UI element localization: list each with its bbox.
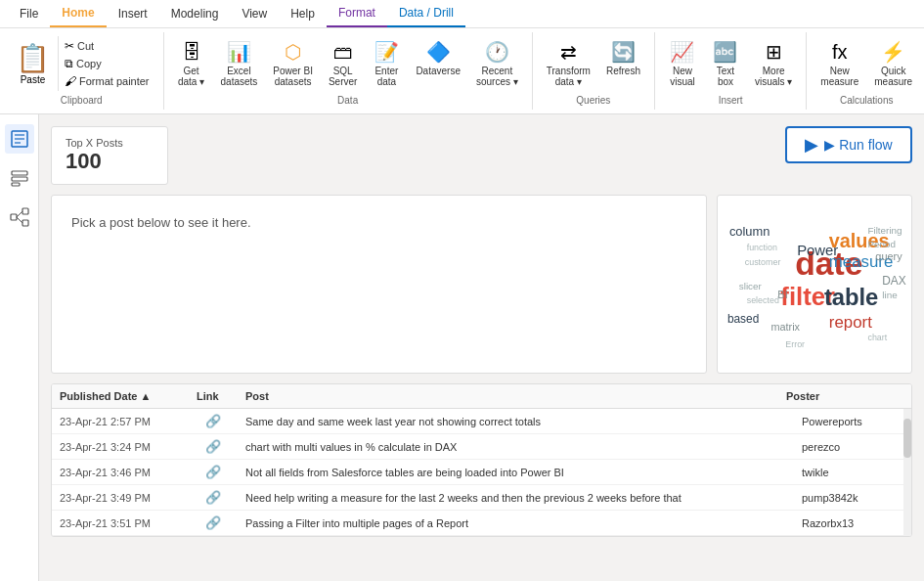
clipboard-group-label: Clipboard [61,95,103,106]
quick-measure-label: Quickmeasure [874,66,912,87]
tab-format[interactable]: Format [327,0,387,27]
wc-report: report [829,313,872,332]
new-measure-label: Newmeasure [820,66,858,87]
power-bi-icon: ⬡ [285,40,301,64]
tab-insert[interactable]: Insert [107,1,159,26]
td-link-4[interactable]: 🔗 [189,515,238,530]
svg-rect-6 [12,183,20,186]
top-x-posts-value: 100 [66,149,154,174]
top-x-posts-card: Top X Posts 100 [51,126,168,185]
sql-server-button[interactable]: 🗃 SQLServer [323,36,363,91]
tab-view[interactable]: View [230,1,279,26]
th-link: Link [189,390,238,402]
wc-selected: selected [747,295,779,305]
table-row[interactable]: 23-Apr-21 3:51 PM 🔗 Passing a Filter int… [52,511,911,536]
td-poster-4: Razorbx13 [794,517,911,529]
paste-icon: 📋 [16,42,50,74]
run-flow-label: ▶ Run flow [824,137,892,153]
post-placeholder-card: Pick a post below to see it here. [51,195,707,374]
format-painter-label: Format painter [79,75,150,87]
td-post-1: chart with multi values in % calculate i… [238,441,794,453]
quick-measure-button[interactable]: ⚡ Quickmeasure [868,36,918,91]
queries-group: ⇄ Transformdata ▾ 🔄 Refresh Queries [533,32,655,110]
nav-report-icon[interactable] [5,124,34,154]
tab-home[interactable]: Home [50,0,106,27]
data-group-label: Data [337,95,358,106]
recent-sources-icon: 🕐 [485,40,509,64]
cut-button[interactable]: ✂ Cut [63,38,152,54]
excel-button[interactable]: 📊 Exceldatasets [215,36,264,91]
more-visuals-button[interactable]: ⊞ Morevisuals ▾ [749,36,798,91]
td-post-4: Passing a Filter into multiple pages of … [238,517,794,529]
table-scrollbar[interactable] [903,409,911,536]
enter-data-button[interactable]: 📝 Enterdata [367,36,406,91]
transform-data-label: Transformdata ▾ [547,66,591,87]
th-post: Post [238,390,778,402]
new-measure-button[interactable]: fx Newmeasure [814,36,864,91]
insert-group-label: Insert [719,95,743,106]
get-data-button[interactable]: 🗄 Getdata ▾ [172,36,211,91]
table-row[interactable]: 23-Apr-21 2:57 PM 🔗 Same day and same we… [52,409,911,434]
td-link-1[interactable]: 🔗 [189,439,238,454]
run-flow-button[interactable]: ▶ ▶ Run flow [785,126,912,163]
tab-modeling[interactable]: Modeling [159,1,231,26]
power-bi-datasets-button[interactable]: ⬡ Power BIdatasets [267,36,319,91]
td-date-3: 23-Apr-21 3:49 PM [52,492,189,504]
copy-label: Copy [76,58,102,69]
quick-measure-icon: ⚡ [881,40,905,64]
text-box-button[interactable]: 🔤 Textbox [706,36,745,91]
td-poster-2: twikle [794,467,911,478]
clipboard-group: 📋 Paste ✂ Cut ⧉ Copy 🖌 [0,32,164,110]
table-row[interactable]: 23-Apr-21 3:46 PM 🔗 Not all fields from … [52,460,911,485]
dataverse-button[interactable]: 🔷 Dataverse [410,36,466,80]
new-visual-label: Newvisual [670,66,695,87]
excel-label: Exceldatasets [221,66,258,87]
td-link-2[interactable]: 🔗 [189,465,238,479]
td-link-0[interactable]: 🔗 [189,414,238,428]
tab-help[interactable]: Help [279,1,327,26]
new-visual-button[interactable]: 📈 Newvisual [663,36,702,91]
format-painter-button[interactable]: 🖌 Format painter [63,73,152,89]
cut-label: Cut [77,40,94,52]
recent-sources-label: Recentsources ▾ [476,66,518,87]
nav-model-icon[interactable] [5,202,34,232]
top-x-posts-label: Top X Posts [66,137,154,149]
paste-button[interactable]: 📋 Paste [8,36,59,91]
td-date-4: 23-Apr-21 3:51 PM [52,517,189,529]
insert-group: 📈 Newvisual 🔤 Textbox ⊞ Morevisuals ▾ In… [655,32,807,110]
table-row[interactable]: 23-Apr-21 3:49 PM 🔗 Need help writing a … [52,485,911,511]
sql-server-label: SQLServer [329,66,357,87]
link-icon-2: 🔗 [205,465,221,479]
paste-label: Paste [21,74,46,85]
enter-data-label: Enterdata [374,66,398,87]
ribbon-content: 📋 Paste ✂ Cut ⧉ Copy 🖌 [0,28,924,113]
tab-file[interactable]: File [8,1,50,26]
tab-datadrill[interactable]: Data / Drill [387,0,465,27]
more-visuals-label: Morevisuals ▾ [755,66,792,87]
table-row[interactable]: 23-Apr-21 3:24 PM 🔗 chart with multi val… [52,434,911,460]
run-flow-play-icon: ▶ [805,134,818,156]
post-placeholder-text: Pick a post below to see it here. [71,215,251,230]
data-group: 🗄 Getdata ▾ 📊 Exceldatasets ⬡ Power BIda… [164,32,533,110]
new-measure-icon: fx [832,40,848,64]
middle-row: Pick a post below to see it here. date f… [51,195,912,374]
queries-group-label: Queries [576,95,610,106]
td-date-2: 23-Apr-21 3:46 PM [52,467,189,478]
format-painter-icon: 🖌 [65,74,76,88]
transform-data-button[interactable]: ⇄ Transformdata ▾ [541,36,596,91]
ribbon: File Home Insert Modeling View Help Form… [0,0,924,114]
scrollbar-thumb[interactable] [903,419,911,458]
td-link-3[interactable]: 🔗 [189,490,238,505]
recent-sources-button[interactable]: 🕐 Recentsources ▾ [470,36,524,91]
copy-button[interactable]: ⧉ Copy [63,56,152,71]
wc-customer: customer [745,257,781,267]
wc-table: table [824,284,878,310]
td-post-0: Same day and same week last year not sho… [238,416,794,427]
more-visuals-icon: ⊞ [766,40,782,64]
table-section: Published Date ▲ Link Post Poster 23-Apr… [51,383,912,537]
refresh-button[interactable]: 🔄 Refresh [600,36,646,80]
svg-rect-5 [12,177,27,181]
wc-chart: chart [867,333,887,342]
word-cloud-svg: date filter table values measure report … [718,196,911,373]
nav-data-icon[interactable] [5,163,34,193]
